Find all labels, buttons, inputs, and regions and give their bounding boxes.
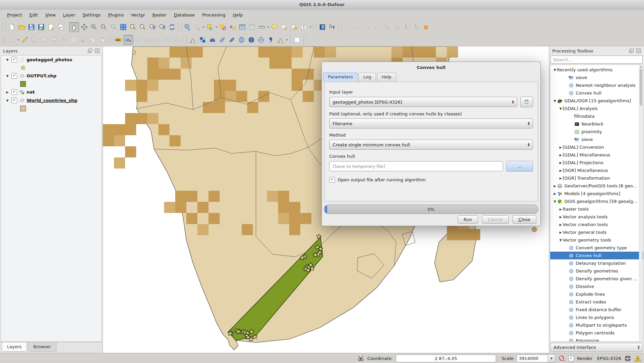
menu-view[interactable]: View	[42, 10, 60, 20]
browse-button[interactable]: ...	[506, 161, 533, 172]
scale-input[interactable]: 3914000	[517, 355, 548, 362]
new-shapefile-layer-dropdown-icon[interactable]: ▾	[286, 38, 289, 41]
measure-dropdown-icon[interactable]: ▾	[267, 26, 270, 29]
menu-processing[interactable]: Processing	[198, 10, 229, 20]
tree-item[interactable]: ▼QGIS geoalgorithms [58 geoalg...	[550, 197, 643, 205]
toolbar-grip[interactable]	[313, 23, 316, 31]
labeling-button[interactable]: abc	[114, 35, 123, 44]
touch-plugin-button[interactable]	[421, 23, 430, 32]
tree-item[interactable]: ▼GDALGDAL/OGR [15 geoalgorithms]	[550, 97, 643, 105]
layer-item[interactable]: ▼✓geotagged_photos	[1, 56, 102, 64]
whats-this-button[interactable]: ?	[328, 23, 337, 32]
tree-item[interactable]: ▶[GDAL] Conversion	[550, 143, 643, 151]
tree-item[interactable]: ▶Models [4 geoalgorithms]	[550, 190, 643, 197]
tree-item[interactable]: proximity	[550, 128, 643, 136]
dock-tab-browser[interactable]: Browser	[28, 342, 56, 352]
composer-manager-button[interactable]	[56, 23, 65, 32]
menu-raster[interactable]: Raster	[149, 10, 170, 20]
collapse-icon[interactable]: ▼	[5, 99, 9, 102]
menu-layer[interactable]: Layer	[60, 10, 79, 20]
messages-warning-icon[interactable]	[634, 355, 641, 362]
add-spatialite-layer-button[interactable]	[218, 35, 227, 44]
tree-item[interactable]: ▶Raster tools	[550, 205, 643, 213]
tree-item[interactable]: Dissolve	[550, 283, 643, 290]
layer-item[interactable]: ▶✓nat	[1, 88, 102, 96]
layer-name[interactable]: nat	[27, 89, 35, 95]
save-project-as-button[interactable]	[37, 23, 46, 32]
tree-item[interactable]: Convert geometry type	[550, 244, 643, 252]
new-project-button[interactable]	[7, 23, 16, 32]
menu-plugins[interactable]: Plugins	[104, 10, 127, 20]
add-wfs-layer-button[interactable]	[257, 35, 266, 44]
field-calculator-button[interactable]	[248, 23, 257, 32]
tree-item[interactable]: Polygon centroids	[550, 329, 643, 337]
dock-tab-layers[interactable]: Layers	[2, 342, 27, 352]
select-by-expression-button[interactable]: ε	[228, 23, 237, 32]
tree-item[interactable]: Convex hull	[550, 89, 643, 97]
open-project-button[interactable]	[17, 23, 26, 32]
measure-button[interactable]	[257, 23, 266, 32]
extents-toggle-icon[interactable]	[357, 355, 364, 362]
layer-visibility-checkbox[interactable]: ✓	[11, 73, 17, 79]
menu-project[interactable]: Project	[3, 10, 26, 20]
map-tips-button[interactable]	[270, 23, 279, 32]
new-shapefile-layer-button[interactable]	[276, 35, 285, 44]
collapse-icon[interactable]: ▼	[5, 58, 9, 62]
tree-item[interactable]: Nearblack	[550, 120, 643, 128]
close-button[interactable]: Close	[513, 215, 536, 224]
toolbar-grip[interactable]	[3, 23, 6, 31]
label-pinned-button[interactable]: ab	[123, 35, 133, 45]
new-composer-button[interactable]	[46, 23, 55, 32]
open-attribute-table-button[interactable]	[238, 23, 247, 32]
scrollbar[interactable]: ▲	[639, 65, 643, 341]
float-panel-icon[interactable]	[629, 48, 634, 53]
dialog-tab-help[interactable]: Help	[377, 73, 396, 82]
add-postgis-layer-button[interactable]	[208, 35, 217, 44]
toolbar-grip[interactable]	[109, 36, 112, 43]
zoom-last-button[interactable]	[148, 23, 157, 32]
tree-item[interactable]: ▶Vector general tools	[550, 228, 643, 236]
dialog-tab-log[interactable]: Log	[358, 73, 376, 82]
tree-item[interactable]: Delaunay triangulation	[550, 259, 643, 267]
tree-item[interactable]: ▶[GDAL] Miscellaneous	[550, 151, 643, 159]
tree-item[interactable]: ▶[GDAL] Projections	[550, 159, 643, 167]
tree-item[interactable]: ▶Vector analysis tools	[550, 213, 643, 221]
method-select[interactable]: Create single minimum convex hull ▲▼	[329, 140, 533, 150]
tree-item[interactable]: Lines to polygons	[550, 314, 643, 321]
add-wms-layer-button[interactable]	[237, 35, 246, 44]
add-raster-layer-button[interactable]	[198, 35, 207, 44]
tree-item[interactable]: ▶[OGR] Miscellaneous	[550, 167, 643, 174]
crs-status-icon[interactable]	[624, 355, 631, 362]
collapse-icon[interactable]: ▼	[5, 74, 9, 78]
tree-item[interactable]: ▶Vector creation tools	[550, 221, 643, 228]
tree-item[interactable]: Multipart to singleparts	[550, 321, 643, 329]
zoom-full-extent-button[interactable]	[119, 23, 128, 32]
pan-to-selection-button[interactable]	[80, 23, 89, 32]
tree-item[interactable]: ▼Recently used algorithms	[550, 66, 643, 74]
toolbar-grip[interactable]	[338, 23, 341, 31]
new-memory-layer-button[interactable]	[293, 35, 302, 44]
expand-icon[interactable]: ▶	[5, 90, 9, 94]
input-layer-select[interactable]: geotagged_photos [EPSG:4326] ▲▼	[329, 97, 517, 107]
toolbar-grip[interactable]	[303, 36, 306, 43]
tree-item[interactable]: Fixed distance buffer	[550, 306, 643, 314]
iterate-layer-button[interactable]	[520, 97, 533, 107]
stop-rendering-icon[interactable]	[558, 355, 565, 362]
run-button[interactable]: Run	[458, 215, 478, 224]
layer-item[interactable]: ▼✓OUTPUT.shp	[1, 72, 102, 80]
layer-name[interactable]: World_countries_shp	[27, 98, 77, 103]
output-file-input[interactable]: [Save to temporary file]	[329, 161, 503, 171]
layer-visibility-checkbox[interactable]: ✓	[11, 98, 17, 103]
layer-visibility-checkbox[interactable]: ✓	[11, 89, 17, 95]
toolbar-grip[interactable]	[3, 36, 6, 43]
tree-item[interactable]: ▼Vector geometry tools	[550, 236, 643, 244]
select-features-button[interactable]	[205, 23, 215, 32]
menu-vector[interactable]: Vector	[127, 10, 149, 20]
refresh-map-button[interactable]	[167, 23, 177, 32]
float-panel-icon[interactable]	[88, 48, 92, 53]
open-output-checkbox[interactable]: ✓	[329, 177, 335, 183]
add-vector-layer-button[interactable]	[188, 35, 197, 44]
layer-item[interactable]: ▼✓World_countries_shp	[1, 96, 102, 105]
identify-features-button[interactable]: i	[183, 23, 192, 32]
new-bookmark-button[interactable]	[280, 23, 289, 32]
